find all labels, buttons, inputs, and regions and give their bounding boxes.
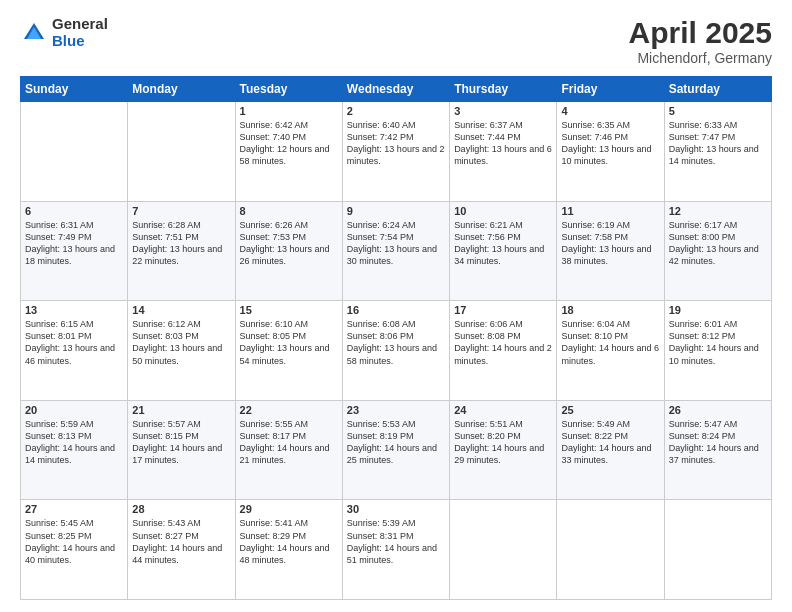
day-number: 5	[669, 105, 767, 117]
day-info: Sunrise: 6:31 AM Sunset: 7:49 PM Dayligh…	[25, 219, 123, 268]
page: General Blue April 2025 Michendorf, Germ…	[0, 0, 792, 612]
day-number: 20	[25, 404, 123, 416]
calendar-location: Michendorf, Germany	[629, 50, 772, 66]
day-info: Sunrise: 5:53 AM Sunset: 8:19 PM Dayligh…	[347, 418, 445, 467]
day-number: 23	[347, 404, 445, 416]
day-info: Sunrise: 5:45 AM Sunset: 8:25 PM Dayligh…	[25, 517, 123, 566]
table-row: 30Sunrise: 5:39 AM Sunset: 8:31 PM Dayli…	[342, 500, 449, 600]
calendar-week-row: 27Sunrise: 5:45 AM Sunset: 8:25 PM Dayli…	[21, 500, 772, 600]
logo-blue-text: Blue	[52, 33, 108, 50]
col-wednesday: Wednesday	[342, 77, 449, 102]
day-number: 10	[454, 205, 552, 217]
day-info: Sunrise: 6:40 AM Sunset: 7:42 PM Dayligh…	[347, 119, 445, 168]
col-friday: Friday	[557, 77, 664, 102]
day-info: Sunrise: 6:33 AM Sunset: 7:47 PM Dayligh…	[669, 119, 767, 168]
calendar-week-row: 6Sunrise: 6:31 AM Sunset: 7:49 PM Daylig…	[21, 201, 772, 301]
day-number: 18	[561, 304, 659, 316]
col-saturday: Saturday	[664, 77, 771, 102]
day-info: Sunrise: 6:10 AM Sunset: 8:05 PM Dayligh…	[240, 318, 338, 367]
table-row	[21, 102, 128, 202]
logo-text: General Blue	[52, 16, 108, 49]
day-info: Sunrise: 6:42 AM Sunset: 7:40 PM Dayligh…	[240, 119, 338, 168]
table-row: 5Sunrise: 6:33 AM Sunset: 7:47 PM Daylig…	[664, 102, 771, 202]
calendar-header-row: Sunday Monday Tuesday Wednesday Thursday…	[21, 77, 772, 102]
table-row: 2Sunrise: 6:40 AM Sunset: 7:42 PM Daylig…	[342, 102, 449, 202]
table-row: 29Sunrise: 5:41 AM Sunset: 8:29 PM Dayli…	[235, 500, 342, 600]
day-number: 21	[132, 404, 230, 416]
col-sunday: Sunday	[21, 77, 128, 102]
table-row: 17Sunrise: 6:06 AM Sunset: 8:08 PM Dayli…	[450, 301, 557, 401]
day-info: Sunrise: 5:41 AM Sunset: 8:29 PM Dayligh…	[240, 517, 338, 566]
day-info: Sunrise: 5:51 AM Sunset: 8:20 PM Dayligh…	[454, 418, 552, 467]
day-info: Sunrise: 6:12 AM Sunset: 8:03 PM Dayligh…	[132, 318, 230, 367]
day-info: Sunrise: 6:26 AM Sunset: 7:53 PM Dayligh…	[240, 219, 338, 268]
calendar-week-row: 1Sunrise: 6:42 AM Sunset: 7:40 PM Daylig…	[21, 102, 772, 202]
day-info: Sunrise: 6:01 AM Sunset: 8:12 PM Dayligh…	[669, 318, 767, 367]
day-info: Sunrise: 6:06 AM Sunset: 8:08 PM Dayligh…	[454, 318, 552, 367]
day-info: Sunrise: 6:21 AM Sunset: 7:56 PM Dayligh…	[454, 219, 552, 268]
table-row: 21Sunrise: 5:57 AM Sunset: 8:15 PM Dayli…	[128, 400, 235, 500]
day-info: Sunrise: 5:43 AM Sunset: 8:27 PM Dayligh…	[132, 517, 230, 566]
table-row: 28Sunrise: 5:43 AM Sunset: 8:27 PM Dayli…	[128, 500, 235, 600]
table-row	[450, 500, 557, 600]
table-row: 8Sunrise: 6:26 AM Sunset: 7:53 PM Daylig…	[235, 201, 342, 301]
header: General Blue April 2025 Michendorf, Germ…	[20, 16, 772, 66]
table-row: 15Sunrise: 6:10 AM Sunset: 8:05 PM Dayli…	[235, 301, 342, 401]
day-number: 13	[25, 304, 123, 316]
calendar-title: April 2025	[629, 16, 772, 50]
day-number: 15	[240, 304, 338, 316]
day-number: 29	[240, 503, 338, 515]
day-number: 1	[240, 105, 338, 117]
day-number: 3	[454, 105, 552, 117]
col-monday: Monday	[128, 77, 235, 102]
day-number: 11	[561, 205, 659, 217]
col-tuesday: Tuesday	[235, 77, 342, 102]
day-number: 9	[347, 205, 445, 217]
day-number: 27	[25, 503, 123, 515]
day-info: Sunrise: 6:15 AM Sunset: 8:01 PM Dayligh…	[25, 318, 123, 367]
day-number: 14	[132, 304, 230, 316]
day-info: Sunrise: 5:57 AM Sunset: 8:15 PM Dayligh…	[132, 418, 230, 467]
day-info: Sunrise: 5:59 AM Sunset: 8:13 PM Dayligh…	[25, 418, 123, 467]
title-block: April 2025 Michendorf, Germany	[629, 16, 772, 66]
day-number: 8	[240, 205, 338, 217]
col-thursday: Thursday	[450, 77, 557, 102]
table-row: 23Sunrise: 5:53 AM Sunset: 8:19 PM Dayli…	[342, 400, 449, 500]
table-row: 19Sunrise: 6:01 AM Sunset: 8:12 PM Dayli…	[664, 301, 771, 401]
table-row: 11Sunrise: 6:19 AM Sunset: 7:58 PM Dayli…	[557, 201, 664, 301]
day-info: Sunrise: 6:19 AM Sunset: 7:58 PM Dayligh…	[561, 219, 659, 268]
table-row: 10Sunrise: 6:21 AM Sunset: 7:56 PM Dayli…	[450, 201, 557, 301]
day-number: 26	[669, 404, 767, 416]
table-row	[557, 500, 664, 600]
table-row: 4Sunrise: 6:35 AM Sunset: 7:46 PM Daylig…	[557, 102, 664, 202]
day-info: Sunrise: 5:55 AM Sunset: 8:17 PM Dayligh…	[240, 418, 338, 467]
day-number: 30	[347, 503, 445, 515]
day-info: Sunrise: 6:35 AM Sunset: 7:46 PM Dayligh…	[561, 119, 659, 168]
table-row: 27Sunrise: 5:45 AM Sunset: 8:25 PM Dayli…	[21, 500, 128, 600]
day-info: Sunrise: 6:28 AM Sunset: 7:51 PM Dayligh…	[132, 219, 230, 268]
day-number: 2	[347, 105, 445, 117]
day-info: Sunrise: 6:04 AM Sunset: 8:10 PM Dayligh…	[561, 318, 659, 367]
day-number: 16	[347, 304, 445, 316]
day-number: 25	[561, 404, 659, 416]
table-row: 16Sunrise: 6:08 AM Sunset: 8:06 PM Dayli…	[342, 301, 449, 401]
day-number: 28	[132, 503, 230, 515]
calendar-week-row: 20Sunrise: 5:59 AM Sunset: 8:13 PM Dayli…	[21, 400, 772, 500]
table-row: 12Sunrise: 6:17 AM Sunset: 8:00 PM Dayli…	[664, 201, 771, 301]
table-row: 26Sunrise: 5:47 AM Sunset: 8:24 PM Dayli…	[664, 400, 771, 500]
day-info: Sunrise: 6:24 AM Sunset: 7:54 PM Dayligh…	[347, 219, 445, 268]
day-number: 24	[454, 404, 552, 416]
table-row: 6Sunrise: 6:31 AM Sunset: 7:49 PM Daylig…	[21, 201, 128, 301]
table-row	[664, 500, 771, 600]
logo-icon	[20, 19, 48, 47]
logo-general-text: General	[52, 16, 108, 33]
table-row: 24Sunrise: 5:51 AM Sunset: 8:20 PM Dayli…	[450, 400, 557, 500]
day-info: Sunrise: 6:37 AM Sunset: 7:44 PM Dayligh…	[454, 119, 552, 168]
table-row: 25Sunrise: 5:49 AM Sunset: 8:22 PM Dayli…	[557, 400, 664, 500]
day-number: 22	[240, 404, 338, 416]
day-info: Sunrise: 5:39 AM Sunset: 8:31 PM Dayligh…	[347, 517, 445, 566]
logo: General Blue	[20, 16, 108, 49]
day-info: Sunrise: 5:49 AM Sunset: 8:22 PM Dayligh…	[561, 418, 659, 467]
calendar-week-row: 13Sunrise: 6:15 AM Sunset: 8:01 PM Dayli…	[21, 301, 772, 401]
table-row: 7Sunrise: 6:28 AM Sunset: 7:51 PM Daylig…	[128, 201, 235, 301]
